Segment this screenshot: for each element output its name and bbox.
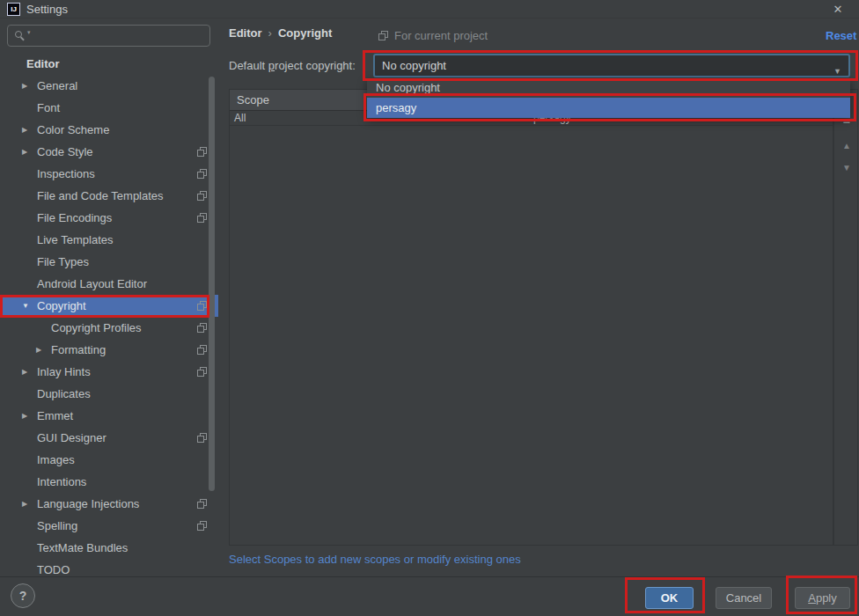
tree-section-editor: Editor <box>0 53 218 75</box>
sidebar-scrollbar-thumb[interactable] <box>209 77 215 491</box>
breadcrumb-section[interactable]: Editor <box>229 26 262 40</box>
apply-button[interactable]: Apply <box>795 587 850 609</box>
sidebar-item-label: File Encodings <box>37 211 112 224</box>
move-down-icon[interactable]: ▼ <box>834 163 859 172</box>
per-project-icon <box>197 521 207 531</box>
sidebar-item[interactable]: GUI Designer <box>0 427 218 449</box>
default-copyright-combobox[interactable]: No copyright ▼ <box>373 54 850 77</box>
breadcrumb-separator-icon: › <box>268 26 272 40</box>
sidebar-item[interactable]: ▼ Copyright <box>0 295 218 317</box>
window-title: Settings <box>26 3 68 16</box>
sidebar-item-label: Copyright <box>37 299 86 312</box>
breadcrumb: Editor›Copyright <box>229 26 332 40</box>
sidebar-item[interactable]: ▶ Code Style <box>0 141 218 163</box>
cancel-button[interactable]: Cancel <box>716 587 772 609</box>
tree-toggle-icon[interactable]: ▶ <box>21 82 37 90</box>
sidebar-item[interactable]: TODO <box>0 559 218 576</box>
ok-button[interactable]: OK <box>645 587 694 609</box>
per-project-icon <box>197 345 207 355</box>
sidebar-item[interactable]: ▶ Color Scheme <box>0 119 218 141</box>
sidebar-item-label: Copyright Profiles <box>51 321 142 334</box>
default-copyright-label: Default project copyright: <box>229 59 356 72</box>
sidebar-item-label: TODO <box>37 563 70 576</box>
breadcrumb-page: Copyright <box>278 26 332 40</box>
window-titlebar: IJ Settings ✕ <box>0 0 859 18</box>
sidebar-item-label: Intentions <box>37 475 86 488</box>
combobox-value: No copyright <box>382 59 446 72</box>
move-up-icon[interactable]: ▲ <box>834 141 859 150</box>
sidebar-item-label: General <box>37 79 77 92</box>
sidebar-item-label: Formatting <box>51 343 106 356</box>
settings-tree: ▶ General Font ▶ Color Scheme ▶ Code Sty… <box>0 75 218 576</box>
sidebar-item-label: Inlay Hints <box>37 365 91 378</box>
sidebar-item-label: File and Code Templates <box>37 189 164 202</box>
per-project-icon <box>378 31 388 40</box>
for-current-project-text: For current project <box>394 29 488 42</box>
tree-toggle-icon[interactable]: ▶ <box>21 412 37 420</box>
per-project-icon <box>197 301 207 311</box>
sidebar-item-label: GUI Designer <box>37 431 106 444</box>
per-project-icon <box>197 323 207 333</box>
per-project-icon <box>197 367 207 377</box>
sidebar-item[interactable]: Inspections <box>0 163 218 185</box>
sidebar-item[interactable]: Images <box>0 449 218 471</box>
sidebar-item[interactable]: Font <box>0 97 218 119</box>
sidebar-item-label: Images <box>37 453 75 466</box>
sidebar-item[interactable]: ▶ Emmet <box>0 405 218 427</box>
sidebar-item-label: TextMate Bundles <box>37 541 128 554</box>
sidebar-item[interactable]: File Types <box>0 251 218 273</box>
per-project-icon <box>197 147 207 157</box>
copyright-dropdown-popup: No copyright persagy <box>367 78 850 118</box>
table-toolbar: − ▲ ▼ <box>833 89 858 546</box>
tree-toggle-icon[interactable]: ▶ <box>21 126 37 134</box>
scope-table: Scope All persagy <box>229 89 833 546</box>
close-icon[interactable]: ✕ <box>828 1 848 18</box>
sidebar-item[interactable]: Duplicates <box>0 383 218 405</box>
tree-toggle-icon[interactable]: ▼ <box>21 302 37 310</box>
tree-toggle-icon[interactable]: ▶ <box>21 500 37 508</box>
dialog-footer: ? OK Cancel Apply <box>0 576 859 616</box>
sidebar-item-label: Inspections <box>37 167 95 180</box>
sidebar-item-label: Live Templates <box>37 233 113 246</box>
sidebar-item[interactable]: ▶ Formatting <box>0 339 218 361</box>
settings-tree-panel: Editor ▶ General Font ▶ Color Scheme ▶ C… <box>0 53 218 576</box>
help-icon[interactable]: ? <box>11 583 35 608</box>
sidebar-item[interactable]: TextMate Bundles <box>0 537 218 559</box>
search-caret-icon: ▾ <box>27 29 31 36</box>
intellij-logo-icon: IJ <box>7 3 20 16</box>
sidebar-item[interactable]: Android Layout Editor <box>0 273 218 295</box>
per-project-icon <box>197 191 207 201</box>
sidebar-item[interactable]: Spelling <box>0 515 218 537</box>
sidebar-item-label: Language Injections <box>37 497 139 510</box>
per-project-icon <box>197 499 207 509</box>
sidebar-item[interactable]: ▶ Language Injections <box>0 493 218 515</box>
settings-search-box[interactable]: ▾ <box>7 25 210 47</box>
sidebar-item-label: File Types <box>37 255 89 268</box>
dropdown-option-no-copyright[interactable]: No copyright <box>367 78 850 98</box>
sidebar-item[interactable]: ▶ General <box>0 75 218 97</box>
per-project-icon <box>197 433 207 443</box>
reset-link[interactable]: Reset <box>826 29 856 42</box>
tree-toggle-icon[interactable]: ▶ <box>21 148 37 156</box>
select-scopes-link[interactable]: Select Scopes to add new scopes or modif… <box>229 553 521 566</box>
sidebar-item-label: Spelling <box>37 519 77 532</box>
sidebar-item[interactable]: Intentions <box>0 471 218 493</box>
sidebar-item-label: Color Scheme <box>37 123 109 136</box>
per-project-icon <box>197 213 207 223</box>
sidebar-item[interactable]: Live Templates <box>0 229 218 251</box>
sidebar-item-label: Emmet <box>37 409 73 422</box>
sidebar-item[interactable]: File Encodings <box>0 207 218 229</box>
sidebar-item-label: Android Layout Editor <box>37 277 147 290</box>
for-current-project-label: For current project <box>378 29 488 42</box>
sidebar-item-label: Code Style <box>37 145 93 158</box>
sidebar-item[interactable]: Copyright Profiles <box>0 317 218 339</box>
sidebar-item[interactable]: ▶ Inlay Hints <box>0 361 218 383</box>
dropdown-option-persagy[interactable]: persagy <box>367 98 850 118</box>
tree-toggle-icon[interactable]: ▶ <box>21 368 37 376</box>
per-project-icon <box>197 169 207 179</box>
search-input[interactable] <box>36 26 203 45</box>
sidebar-item[interactable]: File and Code Templates <box>0 185 218 207</box>
search-icon <box>15 31 22 38</box>
tree-toggle-icon[interactable]: ▶ <box>35 346 51 354</box>
sidebar-item-label: Duplicates <box>37 387 91 400</box>
